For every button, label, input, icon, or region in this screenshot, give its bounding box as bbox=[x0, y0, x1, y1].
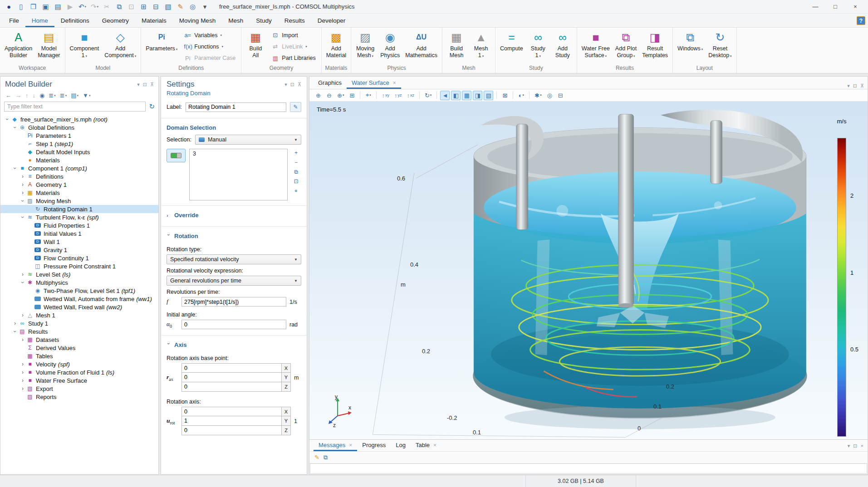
tree-expand-icon[interactable]: › bbox=[4, 116, 10, 122]
tree-item-definitions[interactable]: ›≡Definitions bbox=[0, 172, 158, 180]
messages-tab-messages[interactable]: Messages× bbox=[314, 440, 357, 451]
copy-selection-icon[interactable]: ⧉ bbox=[291, 168, 301, 176]
collapse-panel-icon[interactable]: ▾ bbox=[848, 443, 850, 449]
tree-item-rotating-domain-1[interactable]: ↻Rotating Domain 1 bbox=[0, 205, 158, 213]
pointer-tool-icon[interactable]: ✎ bbox=[314, 454, 319, 461]
tree-item-pressure-point-constraint-1[interactable]: ◫Pressure Point Constraint 1 bbox=[0, 262, 158, 270]
tree-item-materials[interactable]: ●Materials bbox=[0, 156, 158, 164]
messages-tab-progress[interactable]: Progress bbox=[357, 440, 391, 451]
tree-item-default-model-inputs[interactable]: ◆Default Model Inputs bbox=[0, 148, 158, 156]
zoom-in-icon[interactable]: ⊕ bbox=[314, 91, 323, 100]
ribbon-button-windows[interactable]: ⧉Windows ▾ bbox=[675, 29, 705, 65]
collapse-panel-icon[interactable]: ▾ bbox=[847, 83, 850, 89]
ribbon-button-component-1[interactable]: ■Component 1 ▾ bbox=[68, 29, 102, 65]
tree-expand-icon[interactable]: › bbox=[12, 328, 18, 335]
tree-item-initial-values-1[interactable]: DInitial Values 1 bbox=[0, 229, 158, 238]
tree-item-datasets[interactable]: ›▦Datasets bbox=[0, 336, 158, 344]
tree-item-velocity[interactable]: ›■Velocity(spf) bbox=[0, 360, 158, 368]
environment-icon[interactable]: ✱▾ bbox=[533, 91, 543, 100]
tree-expand-icon[interactable]: › bbox=[20, 377, 26, 384]
ribbon-tab-materials[interactable]: Materials bbox=[135, 15, 173, 27]
rotation-section-header[interactable]: › Rotation bbox=[167, 233, 301, 239]
tree-expand-icon[interactable]: › bbox=[12, 320, 18, 326]
collapse-panel-icon[interactable]: ▾ bbox=[284, 82, 287, 88]
ribbon-button-add-physics[interactable]: ◉Add Physics bbox=[378, 29, 402, 65]
tree-item-wall-1[interactable]: DWall 1 bbox=[0, 238, 158, 246]
float-panel-icon[interactable]: ⊡ bbox=[853, 83, 857, 89]
remove-from-selection-icon[interactable]: − bbox=[291, 158, 301, 166]
pin-panel-icon[interactable]: ⊼ bbox=[860, 83, 864, 89]
ribbon-button-add-study[interactable]: ∞Add Study bbox=[551, 29, 574, 65]
close-icon[interactable]: × bbox=[393, 80, 396, 86]
duplicate-icon[interactable]: ⊞ bbox=[137, 1, 150, 12]
ribbon-button-model-manager[interactable]: ▤Model Manager bbox=[35, 29, 62, 65]
messages-content[interactable] bbox=[310, 463, 867, 474]
ribbon-tab-geometry[interactable]: Geometry bbox=[96, 15, 135, 27]
print-icon[interactable]: ⊟ bbox=[556, 91, 565, 100]
axis-section-header[interactable]: › Axis bbox=[167, 341, 301, 348]
ribbon-button-build-mesh[interactable]: ▦Build Mesh bbox=[445, 29, 468, 65]
go-to-default-view-icon[interactable]: ⌖▾ bbox=[363, 91, 373, 100]
axis-z-input[interactable] bbox=[182, 426, 281, 435]
annotate-icon[interactable]: ✎ bbox=[174, 1, 186, 12]
float-panel-icon[interactable]: ⊡ bbox=[853, 443, 857, 449]
zoom-extents-icon[interactable]: ⊞ bbox=[347, 91, 357, 100]
show-frame-icon[interactable]: ◧ bbox=[451, 91, 461, 100]
ribbon-button-functions[interactable]: f(x)Functions▾ bbox=[181, 42, 238, 52]
ribbon-tab-mesh[interactable]: Mesh bbox=[222, 15, 250, 27]
tree-item-component-1[interactable]: ›■Component 1(comp1) bbox=[0, 164, 158, 172]
axis-x-input[interactable] bbox=[182, 407, 281, 416]
close-icon[interactable]: × bbox=[349, 442, 352, 448]
tree-item-wetted-wall-automatic-from-frame[interactable]: Wetted Wall, Automatic from frame(ww1) bbox=[0, 295, 158, 303]
ribbon-button-parameter-case[interactable]: PiParameter Case bbox=[181, 53, 238, 63]
plot-canvas[interactable]: Time=5.5 s m/s 210.5 0.60.4m0.2-0.20.10.… bbox=[309, 102, 868, 439]
lock-view-icon[interactable]: ⊠ bbox=[500, 91, 510, 100]
tree-item-global-definitions[interactable]: ›⊕Global Definitions bbox=[0, 123, 158, 131]
ribbon-button-build-all[interactable]: ▦Build All bbox=[244, 29, 267, 65]
filter-tree-icon[interactable]: ▼▾ bbox=[81, 92, 92, 99]
save-preview-icon[interactable]: ▤ bbox=[52, 1, 64, 12]
ribbon-button-parameters[interactable]: PiParameters ▾ bbox=[143, 29, 180, 65]
ribbon-tab-moving-mesh[interactable]: Moving Mesh bbox=[173, 15, 222, 27]
color-theme-icon[interactable]: ◐▾ bbox=[516, 91, 526, 100]
tree-item-tables[interactable]: ▦Tables bbox=[0, 352, 158, 360]
tree-item-study-1[interactable]: ›∞Study 1 bbox=[0, 319, 158, 327]
tree-expand-icon[interactable]: › bbox=[20, 279, 26, 286]
tree-item-gravity-1[interactable]: DGravity 1 bbox=[0, 246, 158, 254]
zoom-to-selection-icon[interactable]: ⌖ bbox=[291, 187, 301, 195]
new-file-icon[interactable]: ▯ bbox=[15, 1, 27, 12]
view-xy-icon[interactable]: ↑xy bbox=[380, 91, 391, 100]
zoom-box-icon[interactable]: ⊕▾ bbox=[335, 91, 346, 100]
ribbon-button-import[interactable]: ⊡Import bbox=[269, 30, 318, 40]
initial-angle-input[interactable] bbox=[181, 320, 286, 329]
sound-icon[interactable]: ◄ bbox=[440, 91, 450, 100]
paste-selection-icon[interactable]: ⊡ bbox=[291, 177, 301, 185]
tree-item-wetted-wall-fixed-wall[interactable]: Wetted Wall, Fixed wall(ww2) bbox=[0, 303, 158, 311]
tree-expand-icon[interactable]: › bbox=[20, 198, 26, 204]
close-icon[interactable]: × bbox=[433, 442, 436, 448]
tree-item-results[interactable]: ›▤Results bbox=[0, 327, 158, 336]
ribbon-button-add-mathematics[interactable]: ΔUAdd Mathematics bbox=[403, 29, 440, 65]
selected-domain[interactable]: 3 bbox=[193, 151, 284, 157]
refresh-icon[interactable]: ↻ bbox=[149, 102, 155, 111]
ribbon-button-part-libraries[interactable]: ▥Part Libraries bbox=[269, 53, 318, 63]
tree-expand-icon[interactable]: › bbox=[20, 361, 26, 367]
ribbon-button-livelink[interactable]: ⇄LiveLink▾ bbox=[269, 42, 318, 52]
ribbon-button-reset-desktop[interactable]: ↻Reset Desktop ▾ bbox=[706, 29, 734, 65]
ribbon-button-variables[interactable]: a=Variables▾ bbox=[181, 30, 238, 40]
close-button[interactable]: × bbox=[845, 0, 865, 14]
move-down-icon[interactable]: ↓ bbox=[31, 92, 37, 99]
tree-expand-icon[interactable]: › bbox=[20, 214, 26, 220]
tree-item-step-1[interactable]: ⌐Step 1(step1) bbox=[0, 140, 158, 148]
tree-item-export[interactable]: ›▧Export bbox=[0, 385, 158, 393]
collapse-panel-icon[interactable]: ▾ bbox=[137, 82, 140, 88]
open-file-icon[interactable]: ❒ bbox=[27, 1, 39, 12]
add-to-selection-icon[interactable]: + bbox=[291, 149, 301, 157]
tree-item-level-set[interactable]: ›≋Level Set(ls) bbox=[0, 270, 158, 278]
ribbon-button-application-builder[interactable]: AApplication Builder bbox=[2, 29, 34, 65]
scene-rotate-icon[interactable]: ↻▾ bbox=[423, 91, 433, 100]
ribbon-tab-definitions[interactable]: Definitions bbox=[54, 15, 96, 27]
minimize-button[interactable]: — bbox=[805, 0, 825, 14]
tree-expand-icon[interactable]: › bbox=[12, 124, 18, 131]
tree-item-water-free-surface[interactable]: ›■Water Free Surface bbox=[0, 376, 158, 385]
